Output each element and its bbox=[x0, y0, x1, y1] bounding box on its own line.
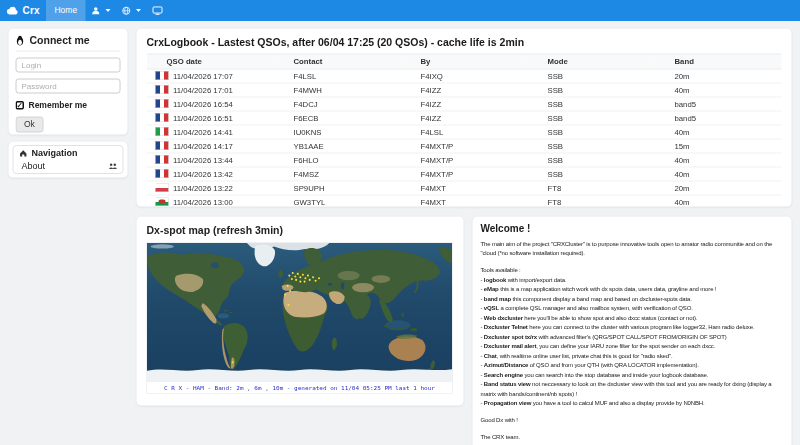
qso-date: 11/04/2026 14:41 bbox=[173, 128, 233, 137]
qso-date: 11/04/2026 13:22 bbox=[173, 184, 233, 193]
tool-item: - Dxcluster spot tx/rx with advanced fil… bbox=[481, 332, 784, 342]
qso-by: F4MXT/P bbox=[401, 167, 528, 181]
logbook-panel: CrxLogbook - Lastest QSOs, after 06/04 1… bbox=[136, 28, 792, 207]
map-caption: C R X - HAM - Band: 2m , 6m , 10m - gene… bbox=[147, 382, 452, 393]
country-flag-icon bbox=[156, 71, 169, 80]
brand-label: Crx bbox=[23, 5, 40, 17]
country-flag-icon bbox=[156, 155, 169, 164]
qso-date: 11/04/2026 13:44 bbox=[173, 156, 233, 165]
table-row[interactable]: 11/04/2026 13:44 F6HLO F4MXT/P SSB 40m bbox=[147, 153, 782, 167]
country-flag-icon bbox=[156, 183, 169, 192]
qso-mode: FT8 bbox=[528, 195, 655, 207]
qso-mode: SSB bbox=[528, 97, 655, 111]
qso-contact: F4DCJ bbox=[274, 97, 401, 111]
qso-band: 40m bbox=[655, 125, 782, 139]
about-label: About bbox=[22, 161, 46, 172]
qso-mode: SSB bbox=[528, 83, 655, 97]
column-header: Contact bbox=[274, 54, 401, 69]
qso-by: F4LSL bbox=[401, 125, 528, 139]
table-row[interactable]: 11/04/2026 16:51 F6ECB F4IZZ SSB band5 bbox=[147, 111, 782, 125]
table-row[interactable]: 11/04/2026 17:01 F4MWH F4IZZ SSB 40m bbox=[147, 83, 782, 97]
language-menu[interactable] bbox=[116, 0, 147, 21]
sidebar-item-about[interactable]: About bbox=[14, 160, 123, 173]
qso-date: 11/04/2026 13:42 bbox=[173, 170, 233, 179]
screen-menu[interactable] bbox=[147, 0, 169, 21]
qso-by: F4MXT bbox=[401, 195, 528, 207]
tool-item: - eMap this is a map application witch w… bbox=[481, 285, 784, 295]
qso-contact: GW3TYL bbox=[274, 195, 401, 207]
cloud-icon bbox=[6, 6, 19, 15]
tool-item: - band map this component display a band… bbox=[481, 294, 784, 304]
qso-by: F4IZZ bbox=[401, 83, 528, 97]
logbook-title: CrxLogbook - Lastest QSOs, after 06/04 1… bbox=[147, 37, 782, 49]
tools-list: - logbook with import/export data.- eMap… bbox=[481, 275, 784, 408]
qso-band: band5 bbox=[655, 111, 782, 125]
connect-panel: Connect me ✓ Remember me Ok bbox=[8, 28, 128, 135]
remember-checkbox[interactable]: ✓ bbox=[16, 101, 25, 110]
country-flag-icon bbox=[156, 85, 169, 94]
qso-band: 40m bbox=[655, 167, 782, 181]
logbook-header-row: QSO dateContactByModeBand bbox=[147, 54, 782, 69]
table-row[interactable]: 11/04/2026 14:17 YB1AAE F4MXT/P SSB 15m bbox=[147, 139, 782, 153]
qso-date: 11/04/2026 17:01 bbox=[173, 86, 233, 95]
navigation-group: Navigation About bbox=[13, 145, 124, 174]
qso-contact: F4LSL bbox=[274, 69, 401, 83]
map-panel: Dx-spot map (refresh 3min) bbox=[136, 216, 464, 406]
qso-by: F4IXQ bbox=[401, 69, 528, 83]
country-flag-icon bbox=[156, 141, 169, 150]
table-row[interactable]: 11/04/2026 13:00 GW3TYL F4MXT FT8 40m bbox=[147, 195, 782, 207]
column-header: Band bbox=[655, 54, 782, 69]
qso-date: 11/04/2026 16:54 bbox=[173, 100, 233, 109]
qso-contact: F4MWH bbox=[274, 83, 401, 97]
chevron-down-icon bbox=[136, 9, 141, 12]
table-row[interactable]: 11/04/2026 14:41 IU0KNS F4LSL SSB 40m bbox=[147, 125, 782, 139]
ok-button[interactable]: Ok bbox=[16, 117, 44, 133]
navbar: Crx Home bbox=[0, 0, 800, 21]
brand[interactable]: Crx bbox=[0, 0, 46, 21]
map-title: Dx-spot map (refresh 3min) bbox=[147, 225, 454, 237]
column-header: Mode bbox=[528, 54, 655, 69]
table-row[interactable]: 11/04/2026 16:54 F4DCJ F4IZZ SSB band5 bbox=[147, 97, 782, 111]
tool-item: - Dxcluster Telnet here you can connect … bbox=[481, 323, 784, 333]
qso-contact: YB1AAE bbox=[274, 139, 401, 153]
navigation-title-label: Navigation bbox=[32, 148, 78, 159]
country-flag-icon bbox=[156, 99, 169, 108]
table-row[interactable]: 11/04/2026 17:07 F4LSL F4IXQ SSB 20m bbox=[147, 69, 782, 83]
penguin-icon bbox=[16, 35, 25, 46]
qso-mode: SSB bbox=[528, 153, 655, 167]
group-icon bbox=[109, 163, 120, 171]
qso-mode: SSB bbox=[528, 111, 655, 125]
country-flag-icon bbox=[156, 127, 169, 136]
qso-by: F4MXT bbox=[401, 181, 528, 195]
tools-label: Tools available : bbox=[481, 266, 784, 276]
qso-band: band5 bbox=[655, 97, 782, 111]
connect-title-label: Connect me bbox=[30, 35, 90, 47]
login-input[interactable] bbox=[16, 58, 121, 73]
qso-mode: SSB bbox=[528, 139, 655, 153]
tool-item: - Propagation view you have a tool to ca… bbox=[481, 399, 784, 409]
tab-home[interactable]: Home bbox=[46, 0, 86, 21]
column-header: QSO date bbox=[147, 54, 274, 69]
qso-contact: F6HLO bbox=[274, 153, 401, 167]
remember-label: Remember me bbox=[29, 100, 88, 110]
qso-by: F4IZZ bbox=[401, 97, 528, 111]
welcome-title: Welcome ! bbox=[481, 223, 784, 235]
table-row[interactable]: 11/04/2026 13:42 F4MSZ F4MXT/P SSB 40m bbox=[147, 167, 782, 181]
password-input[interactable] bbox=[16, 79, 121, 94]
qso-mode: SSB bbox=[528, 125, 655, 139]
qso-by: F4MXT/P bbox=[401, 139, 528, 153]
remember-me[interactable]: ✓ Remember me bbox=[16, 100, 121, 110]
qso-contact: F6ECB bbox=[274, 111, 401, 125]
user-menu[interactable] bbox=[86, 0, 117, 21]
table-row[interactable]: 11/04/2026 13:22 SP9UPH F4MXT FT8 20m bbox=[147, 181, 782, 195]
tool-item: - Web dxcluster here you'll be able to s… bbox=[481, 313, 784, 323]
tool-item: - Band status view not neccessary to loo… bbox=[481, 380, 784, 399]
qso-by: F4IZZ bbox=[401, 111, 528, 125]
dx-spot-map[interactable]: C R X - HAM - Band: 2m , 6m , 10m - gene… bbox=[147, 243, 453, 394]
connect-panel-title: Connect me bbox=[16, 35, 121, 47]
logbook-table: QSO dateContactByModeBand 11/04/2026 17:… bbox=[147, 54, 782, 208]
divider bbox=[16, 51, 121, 52]
country-flag-icon bbox=[156, 113, 169, 122]
globe-icon bbox=[122, 6, 132, 16]
qso-band: 40m bbox=[655, 195, 782, 207]
